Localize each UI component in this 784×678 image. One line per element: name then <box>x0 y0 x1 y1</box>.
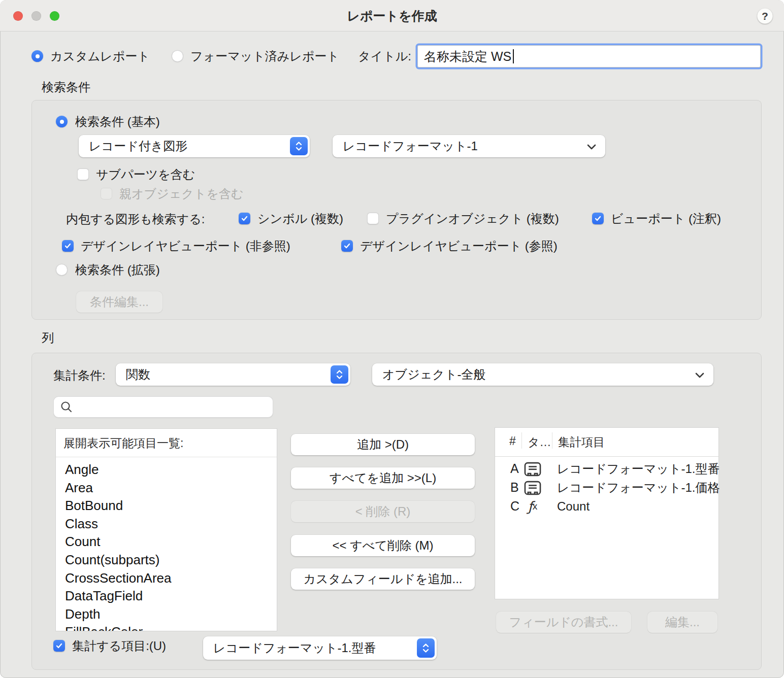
window-title: レポートを作成 <box>0 0 784 31</box>
object-type-popup-value: レコード付き図形 <box>89 138 187 154</box>
row-id: C <box>510 497 519 516</box>
add-button-label: 追加 >(D) <box>357 436 409 453</box>
summarize-items-checkbox[interactable] <box>53 640 65 652</box>
add-all-button-label: すべてを追加 >>(L) <box>330 470 436 486</box>
stepper-icon <box>290 137 308 155</box>
summarize-field-popup-value: レコードフォーマット-1.型番 <box>213 640 376 656</box>
stepper-icon <box>331 365 348 384</box>
selected-columns-table[interactable]: # タ… 集計項目 A レコードフォーマット-1.型番 B レコードフォーマット… <box>495 428 718 599</box>
summary-condition-label: 集計条件: <box>53 368 106 382</box>
remove-button: < 削除 (R) <box>291 501 475 522</box>
list-item[interactable]: Class <box>56 515 277 533</box>
list-item[interactable]: FillBackColor <box>56 623 277 631</box>
custom-report-radio[interactable] <box>31 50 43 62</box>
row-field: レコードフォーマット-1.型番 <box>557 459 720 478</box>
category-dropdown[interactable]: オブジェクト-全般 <box>372 363 713 386</box>
titlebar: レポートを作成 ? <box>0 0 784 31</box>
available-fields-header: 展開表示可能項目一覧: <box>56 429 277 457</box>
header-divider <box>495 456 718 457</box>
add-custom-field-button[interactable]: カスタムフィールドを追加... <box>291 568 475 590</box>
row-field: レコードフォーマット-1.価格 <box>557 478 720 497</box>
symbols-checkbox[interactable] <box>239 213 250 224</box>
add-custom-field-button-label: カスタムフィールドを追加... <box>303 571 462 587</box>
edit-criteria-button-label: 条件編集... <box>90 294 149 310</box>
create-report-dialog: レポートを作成 ? カスタムレポート フォーマット済みレポート タイトル: 名称… <box>0 0 784 678</box>
formatted-report-label: フォーマット済みレポート <box>190 49 339 63</box>
check-icon <box>343 242 351 250</box>
add-button[interactable]: 追加 >(D) <box>291 434 475 455</box>
plugin-objects-label: プラグインオブジェクト (複数) <box>386 212 559 225</box>
function-popup-value: 関数 <box>126 366 150 383</box>
symbols-label: シンボル (複数) <box>257 212 343 225</box>
criteria-groupbox <box>31 100 762 320</box>
list-item[interactable]: Count <box>56 533 277 551</box>
table-row[interactable]: A レコードフォーマット-1.型番 <box>495 459 718 478</box>
criteria-advanced-label: 検索条件 (拡張) <box>75 263 160 277</box>
list-item[interactable]: BotBound <box>56 497 277 515</box>
header-separator <box>552 432 552 449</box>
field-format-button-label: フィールドの書式... <box>509 614 618 630</box>
plugin-objects-checkbox[interactable] <box>367 213 379 224</box>
criteria-section-label: 検索条件 <box>42 80 90 94</box>
report-title-input[interactable]: 名称未設定 WS <box>417 45 761 67</box>
edit-field-button: 編集... <box>647 612 717 633</box>
dlvp-ref-checkbox[interactable] <box>341 240 353 252</box>
viewport-annotation-checkbox[interactable] <box>592 213 604 224</box>
category-dropdown-value: オブジェクト-全般 <box>382 366 485 383</box>
formatted-report-radio[interactable] <box>172 50 183 62</box>
help-button[interactable]: ? <box>757 8 773 24</box>
add-all-button[interactable]: すべてを追加 >>(L) <box>291 467 475 489</box>
row-id: B <box>510 478 519 497</box>
columns-section-label: 列 <box>42 331 54 345</box>
column-header-type: タ… <box>528 434 551 450</box>
list-item[interactable]: Area <box>56 479 277 497</box>
table-row[interactable]: B レコードフォーマット-1.価格 <box>495 478 718 497</box>
text-caret <box>513 49 514 63</box>
list-item[interactable]: Angle <box>56 461 277 479</box>
summarize-items-label: 集計する項目:(U) <box>72 639 166 653</box>
check-icon <box>64 242 72 250</box>
stepper-icon <box>417 638 435 658</box>
remove-all-button-label: << すべて削除 (M) <box>332 537 433 554</box>
custom-report-label: カスタムレポート <box>50 49 150 63</box>
list-item[interactable]: CrossSectionArea <box>56 569 277 588</box>
table-row[interactable]: C ƒx Count <box>495 497 718 516</box>
include-subparts-checkbox[interactable] <box>77 168 89 180</box>
include-parent-checkbox <box>101 188 112 199</box>
viewport-annotation-label: ビューポート (注釈) <box>611 212 721 225</box>
chevron-down-icon <box>586 139 597 153</box>
chevron-down-icon <box>694 367 705 382</box>
function-popup[interactable]: 関数 <box>116 363 350 386</box>
search-input[interactable] <box>53 396 273 418</box>
edit-criteria-button: 条件編集... <box>76 291 162 313</box>
dlvp-nonref-checkbox[interactable] <box>62 240 74 252</box>
check-icon <box>241 215 248 222</box>
edit-field-button-label: 編集... <box>665 614 700 630</box>
remove-all-button[interactable]: << すべて削除 (M) <box>291 535 475 556</box>
include-subparts-label: サブパーツを含む <box>96 167 195 181</box>
dlvp-ref-label: デザインレイヤビューポート (参照) <box>360 239 558 253</box>
include-parent-label: 親オブジェクトを含む <box>119 187 244 200</box>
criteria-basic-radio[interactable] <box>56 116 68 127</box>
list-item[interactable]: DataTagField <box>56 587 277 605</box>
search-icon <box>60 400 73 414</box>
record-icon <box>524 480 542 495</box>
criteria-advanced-radio[interactable] <box>56 264 68 276</box>
column-header-field: 集計項目 <box>558 434 605 450</box>
record-format-dropdown-value: レコードフォーマット-1 <box>343 138 478 154</box>
list-item[interactable]: Depth <box>56 605 277 624</box>
record-format-dropdown[interactable]: レコードフォーマット-1 <box>333 135 605 157</box>
header-separator <box>521 432 522 449</box>
function-icon: ƒx <box>524 499 542 514</box>
available-fields-list[interactable]: 展開表示可能項目一覧: Angle Area BotBound Class Co… <box>56 429 277 631</box>
list-item[interactable]: Count(subparts) <box>56 551 277 569</box>
report-title-label: タイトル: <box>358 49 411 63</box>
record-icon <box>524 461 542 477</box>
row-field: Count <box>557 497 590 516</box>
object-type-popup[interactable]: レコード付き図形 <box>79 135 310 157</box>
dlvp-nonref-label: デザインレイヤビューポート (非参照) <box>81 239 290 253</box>
remove-button-label: < 削除 (R) <box>355 503 411 520</box>
field-format-button: フィールドの書式... <box>496 612 631 633</box>
check-icon <box>594 215 602 222</box>
summarize-field-popup[interactable]: レコードフォーマット-1.型番 <box>203 636 437 660</box>
